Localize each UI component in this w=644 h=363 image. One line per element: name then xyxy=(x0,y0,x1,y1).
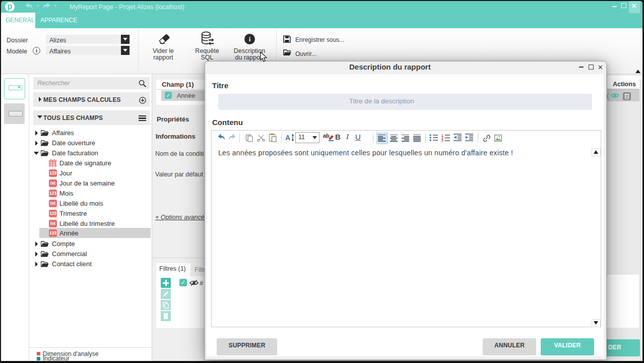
svg-text:3: 3 xyxy=(441,139,443,142)
